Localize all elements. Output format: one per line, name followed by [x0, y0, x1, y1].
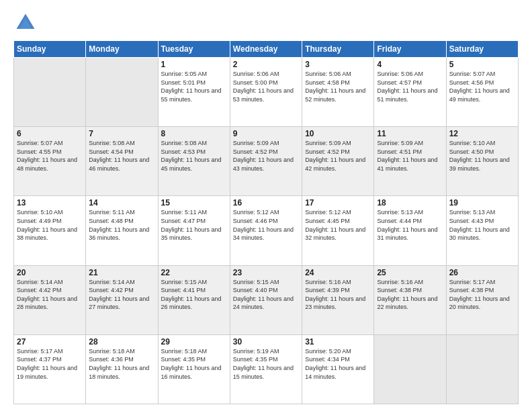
weekday-header-friday: Friday — [374, 41, 446, 58]
calendar-cell: 8Sunrise: 5:08 AMSunset: 4:53 PMDaylight… — [158, 127, 230, 196]
cell-content: Sunrise: 5:16 AMSunset: 4:39 PMDaylight:… — [305, 278, 371, 312]
day-number: 10 — [305, 129, 371, 138]
weekday-header-tuesday: Tuesday — [158, 41, 230, 58]
cell-content: Sunrise: 5:13 AMSunset: 4:43 PMDaylight:… — [449, 208, 515, 242]
logo — [13, 11, 40, 35]
calendar-cell: 28Sunrise: 5:18 AMSunset: 4:36 PMDayligh… — [86, 334, 158, 404]
calendar-cell: 13Sunrise: 5:10 AMSunset: 4:49 PMDayligh… — [14, 196, 86, 265]
calendar-cell: 14Sunrise: 5:11 AMSunset: 4:48 PMDayligh… — [86, 196, 158, 265]
cell-content: Sunrise: 5:08 AMSunset: 4:54 PMDaylight:… — [89, 139, 154, 173]
day-number: 12 — [449, 129, 515, 138]
calendar-cell — [86, 58, 158, 127]
cell-content: Sunrise: 5:07 AMSunset: 4:55 PMDaylight:… — [17, 139, 83, 173]
calendar-week-3: 20Sunrise: 5:14 AMSunset: 4:42 PMDayligh… — [14, 265, 519, 334]
cell-content: Sunrise: 5:15 AMSunset: 4:40 PMDaylight:… — [233, 278, 299, 312]
day-number: 6 — [17, 129, 83, 138]
calendar-cell: 25Sunrise: 5:16 AMSunset: 4:38 PMDayligh… — [374, 265, 446, 334]
calendar-cell: 3Sunrise: 5:06 AMSunset: 4:58 PMDaylight… — [302, 58, 374, 127]
page: SundayMondayTuesdayWednesdayThursdayFrid… — [0, 0, 532, 411]
cell-content: Sunrise: 5:12 AMSunset: 4:46 PMDaylight:… — [233, 208, 299, 242]
calendar-cell: 20Sunrise: 5:14 AMSunset: 4:42 PMDayligh… — [14, 265, 86, 334]
calendar-cell: 7Sunrise: 5:08 AMSunset: 4:54 PMDaylight… — [86, 127, 158, 196]
weekday-header-wednesday: Wednesday — [230, 41, 302, 58]
calendar-cell: 29Sunrise: 5:18 AMSunset: 4:35 PMDayligh… — [158, 334, 230, 404]
weekday-header-sunday: Sunday — [14, 41, 86, 58]
day-number: 19 — [449, 198, 515, 208]
calendar-cell: 31Sunrise: 5:20 AMSunset: 4:34 PMDayligh… — [302, 334, 374, 404]
cell-content: Sunrise: 5:12 AMSunset: 4:45 PMDaylight:… — [305, 208, 371, 242]
day-number: 8 — [161, 129, 227, 138]
calendar-cell: 16Sunrise: 5:12 AMSunset: 4:46 PMDayligh… — [230, 196, 302, 265]
calendar-cell: 19Sunrise: 5:13 AMSunset: 4:43 PMDayligh… — [446, 196, 518, 265]
day-number: 18 — [377, 198, 443, 208]
day-number: 17 — [305, 198, 371, 208]
day-number: 3 — [305, 60, 371, 69]
calendar-cell: 1Sunrise: 5:05 AMSunset: 5:01 PMDaylight… — [158, 58, 230, 127]
calendar-cell: 11Sunrise: 5:09 AMSunset: 4:51 PMDayligh… — [374, 127, 446, 196]
cell-content: Sunrise: 5:09 AMSunset: 4:51 PMDaylight:… — [377, 139, 443, 173]
calendar-cell: 6Sunrise: 5:07 AMSunset: 4:55 PMDaylight… — [14, 127, 86, 196]
cell-content: Sunrise: 5:06 AMSunset: 4:57 PMDaylight:… — [377, 70, 443, 103]
day-number: 24 — [305, 268, 371, 277]
cell-content: Sunrise: 5:10 AMSunset: 4:50 PMDaylight:… — [449, 139, 515, 173]
cell-content: Sunrise: 5:06 AMSunset: 5:00 PMDaylight:… — [233, 70, 299, 103]
cell-content: Sunrise: 5:19 AMSunset: 4:35 PMDaylight:… — [233, 347, 299, 381]
calendar-cell: 23Sunrise: 5:15 AMSunset: 4:40 PMDayligh… — [230, 265, 302, 334]
cell-content: Sunrise: 5:06 AMSunset: 4:58 PMDaylight:… — [305, 70, 371, 103]
day-number: 22 — [161, 268, 227, 277]
header — [13, 11, 519, 35]
day-number: 11 — [377, 129, 443, 138]
cell-content: Sunrise: 5:10 AMSunset: 4:49 PMDaylight:… — [17, 208, 83, 242]
calendar-cell — [14, 58, 86, 127]
cell-content: Sunrise: 5:16 AMSunset: 4:38 PMDaylight:… — [377, 278, 443, 312]
calendar-cell: 2Sunrise: 5:06 AMSunset: 5:00 PMDaylight… — [230, 58, 302, 127]
day-number: 21 — [89, 268, 154, 277]
cell-content: Sunrise: 5:14 AMSunset: 4:42 PMDaylight:… — [17, 278, 83, 312]
cell-content: Sunrise: 5:05 AMSunset: 5:01 PMDaylight:… — [161, 70, 227, 103]
calendar-week-2: 13Sunrise: 5:10 AMSunset: 4:49 PMDayligh… — [14, 196, 519, 265]
weekday-header-monday: Monday — [86, 41, 158, 58]
calendar-cell: 4Sunrise: 5:06 AMSunset: 4:57 PMDaylight… — [374, 58, 446, 127]
calendar-cell: 27Sunrise: 5:17 AMSunset: 4:37 PMDayligh… — [14, 334, 86, 404]
day-number: 20 — [17, 268, 83, 277]
calendar-week-4: 27Sunrise: 5:17 AMSunset: 4:37 PMDayligh… — [14, 334, 519, 404]
cell-content: Sunrise: 5:09 AMSunset: 4:52 PMDaylight:… — [233, 139, 299, 173]
calendar-cell: 18Sunrise: 5:13 AMSunset: 4:44 PMDayligh… — [374, 196, 446, 265]
logo-icon — [13, 11, 38, 35]
day-number: 15 — [161, 198, 227, 208]
cell-content: Sunrise: 5:08 AMSunset: 4:53 PMDaylight:… — [161, 139, 227, 173]
day-number: 14 — [89, 198, 154, 208]
cell-content: Sunrise: 5:17 AMSunset: 4:38 PMDaylight:… — [449, 278, 515, 312]
day-number: 4 — [377, 60, 443, 69]
calendar-header-row: SundayMondayTuesdayWednesdayThursdayFrid… — [14, 41, 519, 58]
cell-content: Sunrise: 5:15 AMSunset: 4:41 PMDaylight:… — [161, 278, 227, 312]
cell-content: Sunrise: 5:18 AMSunset: 4:35 PMDaylight:… — [161, 347, 227, 381]
calendar-table: SundayMondayTuesdayWednesdayThursdayFrid… — [13, 40, 519, 404]
day-number: 28 — [89, 337, 154, 347]
cell-content: Sunrise: 5:09 AMSunset: 4:52 PMDaylight:… — [305, 139, 371, 173]
calendar-cell: 17Sunrise: 5:12 AMSunset: 4:45 PMDayligh… — [302, 196, 374, 265]
day-number: 23 — [233, 268, 299, 277]
day-number: 7 — [89, 129, 154, 138]
cell-content: Sunrise: 5:20 AMSunset: 4:34 PMDaylight:… — [305, 347, 371, 381]
calendar-cell: 22Sunrise: 5:15 AMSunset: 4:41 PMDayligh… — [158, 265, 230, 334]
day-number: 5 — [449, 60, 515, 69]
day-number: 1 — [161, 60, 227, 69]
calendar-cell: 9Sunrise: 5:09 AMSunset: 4:52 PMDaylight… — [230, 127, 302, 196]
calendar-body: 1Sunrise: 5:05 AMSunset: 5:01 PMDaylight… — [14, 58, 519, 404]
day-number: 29 — [161, 337, 227, 347]
calendar-cell: 5Sunrise: 5:07 AMSunset: 4:56 PMDaylight… — [446, 58, 518, 127]
weekday-header-saturday: Saturday — [446, 41, 518, 58]
day-number: 30 — [233, 337, 299, 347]
cell-content: Sunrise: 5:11 AMSunset: 4:47 PMDaylight:… — [161, 208, 227, 242]
day-number: 16 — [233, 198, 299, 208]
day-number: 27 — [17, 337, 83, 347]
cell-content: Sunrise: 5:17 AMSunset: 4:37 PMDaylight:… — [17, 347, 83, 381]
calendar-cell: 24Sunrise: 5:16 AMSunset: 4:39 PMDayligh… — [302, 265, 374, 334]
cell-content: Sunrise: 5:13 AMSunset: 4:44 PMDaylight:… — [377, 208, 443, 242]
day-number: 9 — [233, 129, 299, 138]
calendar-cell: 15Sunrise: 5:11 AMSunset: 4:47 PMDayligh… — [158, 196, 230, 265]
cell-content: Sunrise: 5:11 AMSunset: 4:48 PMDaylight:… — [89, 208, 154, 242]
cell-content: Sunrise: 5:14 AMSunset: 4:42 PMDaylight:… — [89, 278, 154, 312]
calendar-cell — [374, 334, 446, 404]
